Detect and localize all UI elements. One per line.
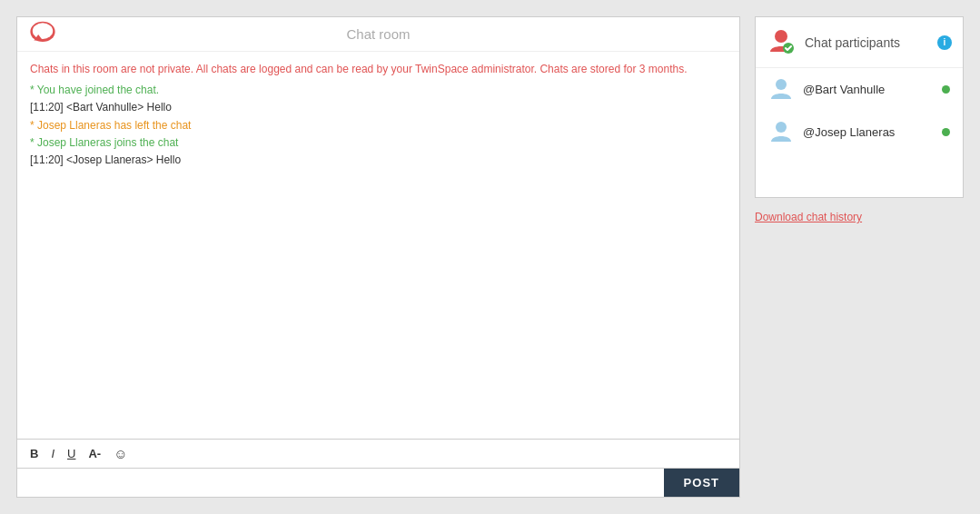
online-indicator-2	[942, 128, 950, 136]
svg-point-3	[775, 30, 787, 43]
svg-point-1	[33, 23, 53, 39]
participant-item-2: @Josep Llaneras	[756, 111, 963, 153]
rejoined-message: * Josep Llaneras joins the chat	[30, 134, 727, 152]
participants-icon	[767, 26, 796, 58]
chat-title: Chat room	[346, 26, 410, 42]
participants-panel: Chat participants i @Bart Vanhulle	[755, 16, 964, 198]
emoji-button[interactable]: ☺	[110, 445, 131, 462]
participant-name-2: @Josep Llaneras	[803, 125, 931, 139]
participant-avatar-2	[768, 118, 794, 146]
chat-logo-icon	[28, 18, 57, 50]
online-indicator-1	[942, 85, 950, 94]
participant-item: @Bart Vanhulle	[756, 68, 963, 111]
chat-input[interactable]	[17, 469, 664, 497]
left-message: * Josep Llaneras has left the chat	[30, 117, 727, 134]
chat-input-row: POST	[17, 468, 739, 497]
underline-button[interactable]: U	[64, 446, 79, 461]
chat-toolbar: B I U A- ☺	[17, 439, 739, 468]
joined-message: * You have joined the chat.	[30, 82, 727, 99]
svg-point-5	[776, 79, 787, 90]
info-icon[interactable]: i	[937, 35, 952, 50]
participant-name-1: @Bart Vanhulle	[803, 83, 931, 96]
download-chat-history-link[interactable]: Download chat history	[755, 211, 862, 223]
participants-title: Chat participants	[805, 35, 928, 50]
post-button[interactable]: POST	[664, 469, 739, 497]
bold-button[interactable]: B	[26, 446, 42, 461]
chat-line-2: [11:20] <Josep Llaneras> Hello	[30, 152, 727, 169]
chat-messages: Chats in this room are not private. All …	[17, 52, 739, 439]
font-color-button[interactable]: A-	[84, 446, 104, 461]
participant-avatar-1	[768, 75, 794, 104]
italic-button[interactable]: I	[47, 446, 58, 461]
participants-header: Chat participants i	[756, 17, 963, 68]
warning-message: Chats in this room are not private. All …	[30, 61, 727, 78]
chat-header: Chat room	[17, 17, 739, 52]
chat-panel: Chat room Chats in this room are not pri…	[16, 16, 740, 498]
chat-line-1: [11:20] <Bart Vanhulle> Hello	[30, 99, 727, 116]
svg-point-6	[776, 122, 787, 133]
